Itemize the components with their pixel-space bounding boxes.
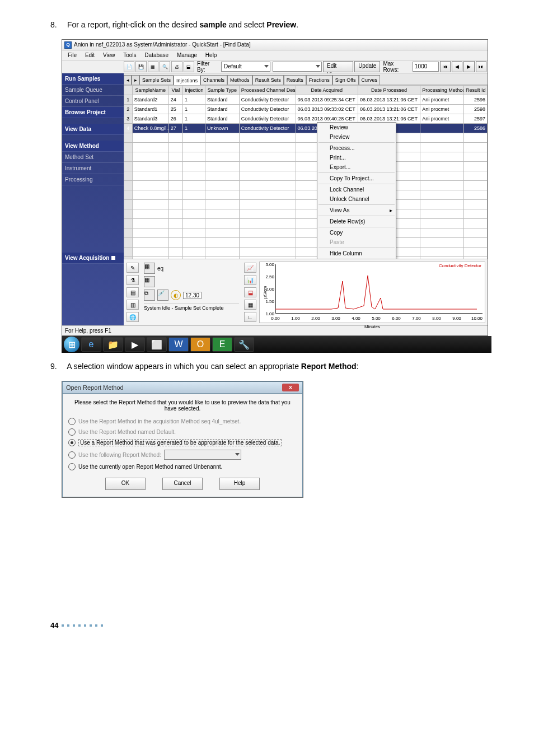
view-combo[interactable] (273, 62, 322, 72)
tab-sign-offs[interactable]: Sign Offs (332, 75, 359, 85)
edit-view-button[interactable]: Edit View (323, 61, 353, 72)
method-set[interactable]: Method Set (62, 152, 124, 163)
tab-result-sets[interactable]: Result Sets (252, 75, 284, 85)
taskbar-app-icon[interactable]: ⬜ (147, 337, 167, 352)
context-menu-item[interactable]: Delete Row(s) (317, 217, 396, 226)
tab-channels[interactable]: Channels (200, 75, 227, 85)
wand-icon[interactable]: ✎ (127, 263, 139, 273)
tab-injections[interactable]: Injections (174, 76, 200, 85)
context-menu-item[interactable]: Lock Channel (317, 185, 396, 194)
context-menu-item[interactable]: Paste (317, 237, 396, 247)
context-menu-item[interactable]: Copy (317, 228, 396, 237)
col-resultid[interactable]: Result Id (463, 86, 487, 95)
col-injection[interactable]: Injection (183, 86, 205, 95)
ok-button[interactable]: OK (105, 478, 146, 490)
context-menu-item[interactable]: Copy To Project... (317, 174, 396, 183)
radio-opt3[interactable]: Use a Report Method that was generated t… (68, 437, 297, 448)
tab-scroll-right[interactable]: ▸ (132, 75, 139, 85)
toolbar-icon[interactable]: ▦ (148, 61, 158, 72)
queue-icon[interactable]: ▤ (127, 287, 139, 297)
radio-opt2[interactable]: Use the Report Method named Default. (68, 427, 297, 437)
taskbar-explorer-icon[interactable]: 📁 (103, 337, 123, 352)
update-button[interactable]: Update (354, 61, 380, 72)
view-method[interactable]: View Method (62, 141, 124, 152)
taskbar-app-icon[interactable]: 🔧 (234, 337, 254, 352)
flask-icon[interactable]: ⚗ (127, 275, 139, 285)
layers-icon[interactable]: ▥ (127, 300, 139, 310)
globe-icon[interactable]: 🌐 (127, 312, 139, 322)
context-menu-item[interactable]: View As (317, 206, 396, 215)
chart-icon[interactable]: 📈 (244, 263, 256, 273)
instrument[interactable]: Instrument (62, 163, 124, 174)
toolbar-icon[interactable]: ⬓ (184, 61, 194, 72)
menu-manage[interactable]: Manage (174, 50, 200, 60)
table-row[interactable]: 4Check 0.8mg/l..271UnknownConductivity D… (124, 124, 488, 133)
table-row[interactable]: 1Standard2241StandardConductivity Detect… (124, 95, 488, 105)
chart-icon[interactable]: 📊 (244, 275, 256, 285)
taskbar-outlook-icon[interactable]: O (190, 337, 210, 352)
col-acquired[interactable]: Date Acquired (296, 86, 358, 95)
run-samples[interactable]: Run Samples (62, 73, 124, 85)
col-samplename[interactable]: SampleName (132, 86, 168, 95)
context-menu-item[interactable]: Export... (317, 162, 396, 172)
radio-opt1[interactable]: Use the Report Method in the acquisition… (68, 416, 297, 427)
col-processed[interactable]: Date Processed (358, 86, 420, 95)
menu-database[interactable]: Database (141, 50, 172, 60)
taskbar-word-icon[interactable]: W (168, 337, 189, 352)
col-sampletype[interactable]: Sample Type (205, 86, 239, 95)
tab-scroll-left[interactable]: ◂ (124, 75, 132, 85)
context-menu-item[interactable]: Unlock Channel (317, 194, 396, 204)
start-button[interactable]: ⊞ (64, 337, 79, 352)
status-icon[interactable]: ▦ (144, 276, 155, 287)
max-rows-input[interactable]: 1000 (413, 62, 439, 72)
taskbar-excel-icon[interactable]: E (212, 337, 232, 352)
status-icon[interactable]: ▦ (144, 263, 155, 274)
axis-icon[interactable]: ∟ (244, 312, 256, 322)
tab-methods[interactable]: Methods (227, 75, 252, 85)
tab-curves[interactable]: Curves (359, 75, 381, 85)
sample-queue[interactable]: Sample Queue (62, 85, 124, 96)
toolbar-icon[interactable]: 🔍 (160, 61, 170, 72)
inject-icon[interactable]: 💉 (157, 290, 168, 301)
context-menu-item[interactable]: Print... (317, 153, 396, 162)
col-vial[interactable]: Vial (168, 86, 182, 95)
table-icon[interactable]: ▦ (244, 300, 256, 310)
radio-opt5[interactable]: Use the currently open Report Method nam… (68, 461, 297, 472)
filter-by-combo[interactable]: Default (221, 62, 270, 72)
context-menu-item[interactable]: Review (317, 123, 396, 132)
context-menu-item[interactable]: Hide Column (317, 249, 396, 258)
cancel-button[interactable]: Cancel (162, 478, 203, 490)
taskbar-media-icon[interactable]: ▶ (125, 337, 145, 352)
radio-opt4[interactable]: Use the following Report Method: (68, 448, 297, 461)
menu-tools[interactable]: Tools (120, 50, 139, 60)
table-row[interactable]: 2Standard1251StandardConductivity Detect… (124, 105, 488, 114)
table-row[interactable]: 3Standard3261StandardConductivity Detect… (124, 114, 488, 124)
nav-prev[interactable]: ◀ (452, 61, 462, 72)
toolbar-icon[interactable]: 🖨 (171, 61, 182, 72)
tab-results[interactable]: Results (284, 75, 306, 85)
toolbar-icon[interactable]: 📄 (124, 61, 134, 72)
help-button[interactable]: Help (219, 478, 260, 490)
processing[interactable]: Processing (62, 174, 124, 185)
menu-file[interactable]: File (64, 50, 80, 60)
close-icon[interactable]: X (282, 384, 299, 391)
nav-last[interactable]: ⏭ (476, 61, 486, 72)
context-menu-item[interactable]: Show All Columns (317, 258, 396, 259)
tab-sample-sets[interactable]: Sample Sets (139, 75, 174, 85)
status-icon[interactable]: ⧉ (144, 290, 155, 301)
view-data[interactable]: View Data (62, 124, 124, 135)
toolbar-icon[interactable]: 💾 (135, 61, 146, 72)
menu-view[interactable]: View (100, 50, 119, 60)
taskbar-ie-icon[interactable]: e (81, 337, 101, 352)
col-method[interactable]: Processing Method (420, 86, 464, 95)
context-menu-item[interactable]: Process... (317, 143, 396, 153)
chart-icon[interactable]: ⬓ (244, 287, 256, 297)
control-panel[interactable]: Control Panel (62, 96, 124, 107)
context-menu-item[interactable]: Preview (317, 132, 396, 142)
tab-fractions[interactable]: Fractions (306, 75, 332, 85)
view-acquisition[interactable]: View Acquisition (62, 253, 124, 264)
nav-first[interactable]: ⏮ (440, 61, 451, 72)
menu-help[interactable]: Help (202, 50, 221, 60)
menu-edit[interactable]: Edit (82, 50, 98, 60)
nav-next[interactable]: ▶ (463, 61, 474, 72)
